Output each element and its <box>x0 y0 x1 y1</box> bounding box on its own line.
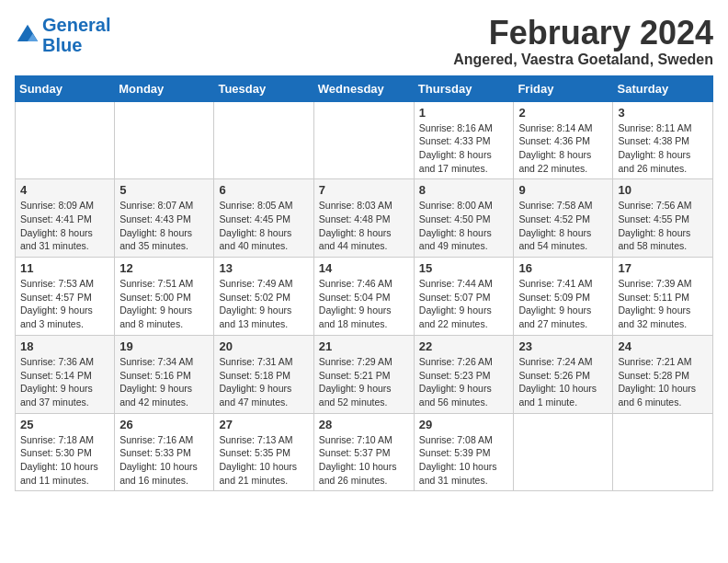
cell-line: Daylight: 8 hours <box>518 149 591 160</box>
cell-line: and 54 minutes. <box>518 240 587 251</box>
cell-line: and 21 minutes. <box>219 475 288 486</box>
calendar-cell: 28Sunrise: 7:10 AMSunset: 5:37 PMDayligh… <box>313 413 414 491</box>
cell-content: Sunrise: 7:13 AMSunset: 5:35 PMDaylight:… <box>219 433 308 488</box>
calendar-cell: 5Sunrise: 8:07 AMSunset: 4:43 PMDaylight… <box>115 179 214 258</box>
cell-line: Daylight: 10 hours <box>319 461 397 472</box>
cell-line: Sunset: 4:50 PM <box>419 213 491 224</box>
cell-line: Sunrise: 7:58 AM <box>518 200 592 211</box>
cell-content: Sunrise: 7:31 AMSunset: 5:18 PMDaylight:… <box>219 355 308 409</box>
cell-line: Sunrise: 7:26 AM <box>419 356 493 367</box>
calendar-cell: 4Sunrise: 8:09 AMSunset: 4:41 PMDaylight… <box>16 179 115 258</box>
day-number: 19 <box>119 339 209 353</box>
cell-line: Daylight: 9 hours <box>20 304 93 316</box>
cell-line: Daylight: 10 hours <box>419 461 497 472</box>
cell-line: and 8 minutes. <box>119 318 183 329</box>
day-number: 22 <box>419 339 509 353</box>
cell-content: Sunrise: 8:11 AMSunset: 4:38 PMDaylight:… <box>618 121 708 176</box>
cell-line: Sunrise: 7:21 AM <box>618 356 691 367</box>
cell-line: and 49 minutes. <box>419 240 488 251</box>
cell-line: and 32 minutes. <box>618 318 687 329</box>
calendar-cell: 8Sunrise: 8:00 AMSunset: 4:50 PMDaylight… <box>414 179 514 258</box>
cell-content: Sunrise: 7:26 AMSunset: 5:23 PMDaylight:… <box>419 355 509 409</box>
calendar-cell: 21Sunrise: 7:29 AMSunset: 5:21 PMDayligh… <box>313 335 414 413</box>
day-number: 5 <box>119 183 209 197</box>
cell-line: Sunset: 5:33 PM <box>119 447 191 458</box>
cell-line: Sunrise: 7:13 AM <box>219 434 292 445</box>
cell-line: Sunrise: 8:03 AM <box>319 200 392 211</box>
cell-content: Sunrise: 8:03 AMSunset: 4:48 PMDaylight:… <box>319 199 409 253</box>
cell-line: Daylight: 8 hours <box>219 227 291 238</box>
calendar-cell: 11Sunrise: 7:53 AMSunset: 4:57 PMDayligh… <box>16 258 115 336</box>
cell-line: Sunset: 5:35 PM <box>219 447 290 458</box>
cell-line: and 26 minutes. <box>319 475 388 486</box>
cell-content: Sunrise: 7:51 AMSunset: 5:00 PMDaylight:… <box>119 277 209 331</box>
cell-line: Sunset: 5:14 PM <box>20 370 92 381</box>
cell-line: Daylight: 8 hours <box>20 227 93 238</box>
cell-line: Daylight: 9 hours <box>219 383 291 394</box>
cell-line: and 1 minute. <box>518 396 577 408</box>
cell-line: Daylight: 10 hours <box>219 461 297 472</box>
cell-line: Daylight: 9 hours <box>419 383 492 394</box>
cell-line: Sunrise: 7:53 AM <box>20 278 94 289</box>
cell-line: Daylight: 8 hours <box>119 227 192 238</box>
cell-line: Sunset: 5:07 PM <box>419 292 491 303</box>
cell-line: and 35 minutes. <box>119 240 188 251</box>
cell-line: Sunrise: 7:31 AM <box>219 356 292 367</box>
day-number: 23 <box>518 339 608 353</box>
cell-line: Sunset: 4:52 PM <box>518 213 590 224</box>
cell-line: and 18 minutes. <box>319 318 388 329</box>
cell-line: and 22 minutes. <box>419 318 488 329</box>
cell-line: Sunrise: 7:08 AM <box>419 434 493 445</box>
cell-line: and 6 minutes. <box>618 396 681 408</box>
cell-line: and 17 minutes. <box>419 163 488 174</box>
calendar-cell: 18Sunrise: 7:36 AMSunset: 5:14 PMDayligh… <box>16 335 115 413</box>
day-number: 18 <box>20 339 109 353</box>
cell-line: Daylight: 9 hours <box>319 383 392 394</box>
calendar-cell: 2Sunrise: 8:14 AMSunset: 4:36 PMDaylight… <box>514 101 613 179</box>
cell-content: Sunrise: 8:07 AMSunset: 4:43 PMDaylight:… <box>119 199 209 253</box>
day-number: 3 <box>618 106 708 120</box>
cell-line: Daylight: 9 hours <box>319 304 392 316</box>
calendar-cell: 12Sunrise: 7:51 AMSunset: 5:00 PMDayligh… <box>115 258 214 336</box>
calendar-cell: 29Sunrise: 7:08 AMSunset: 5:39 PMDayligh… <box>414 413 514 491</box>
cell-line: and 3 minutes. <box>20 318 84 329</box>
calendar-week-row: 11Sunrise: 7:53 AMSunset: 4:57 PMDayligh… <box>16 258 713 336</box>
cell-line: Sunrise: 7:39 AM <box>618 278 691 289</box>
cell-line: Sunset: 5:39 PM <box>419 447 491 458</box>
day-number: 11 <box>20 261 109 275</box>
day-header-tuesday: Tuesday <box>214 75 313 101</box>
cell-line: Daylight: 8 hours <box>618 227 690 238</box>
calendar-cell <box>115 101 214 179</box>
calendar-week-row: 25Sunrise: 7:18 AMSunset: 5:30 PMDayligh… <box>16 413 713 491</box>
cell-line: Sunrise: 8:09 AM <box>20 200 94 211</box>
cell-line: Daylight: 10 hours <box>618 383 696 394</box>
day-number: 2 <box>518 106 608 120</box>
cell-content: Sunrise: 8:16 AMSunset: 4:33 PMDaylight:… <box>419 121 509 176</box>
cell-line: Sunset: 5:28 PM <box>618 370 689 381</box>
logo-blue: Blue <box>42 35 82 55</box>
day-number: 20 <box>219 339 308 353</box>
day-number: 7 <box>319 183 409 197</box>
cell-line: Daylight: 9 hours <box>419 304 492 316</box>
cell-content: Sunrise: 8:05 AMSunset: 4:45 PMDaylight:… <box>219 199 308 253</box>
cell-content: Sunrise: 7:41 AMSunset: 5:09 PMDaylight:… <box>518 277 608 331</box>
cell-line: Daylight: 9 hours <box>20 383 93 394</box>
logo: General Blue <box>15 15 110 55</box>
cell-line: Sunset: 5:00 PM <box>119 292 191 303</box>
cell-content: Sunrise: 7:36 AMSunset: 5:14 PMDaylight:… <box>20 355 109 409</box>
day-number: 27 <box>219 418 308 431</box>
cell-line: Sunrise: 7:41 AM <box>518 278 592 289</box>
day-header-saturday: Saturday <box>613 75 713 101</box>
cell-line: Sunset: 4:36 PM <box>518 135 590 146</box>
calendar-cell: 15Sunrise: 7:44 AMSunset: 5:07 PMDayligh… <box>414 258 514 336</box>
cell-content: Sunrise: 7:39 AMSunset: 5:11 PMDaylight:… <box>618 277 708 331</box>
calendar-cell: 20Sunrise: 7:31 AMSunset: 5:18 PMDayligh… <box>214 335 313 413</box>
calendar-week-row: 18Sunrise: 7:36 AMSunset: 5:14 PMDayligh… <box>16 335 713 413</box>
cell-line: and 31 minutes. <box>419 475 488 486</box>
day-header-thursday: Thursday <box>414 75 514 101</box>
logo-text: General Blue <box>42 15 110 55</box>
cell-line: Sunrise: 8:05 AM <box>219 200 292 211</box>
day-header-wednesday: Wednesday <box>313 75 414 101</box>
cell-line: Sunrise: 8:07 AM <box>119 200 193 211</box>
cell-line: Sunrise: 7:10 AM <box>319 434 392 445</box>
